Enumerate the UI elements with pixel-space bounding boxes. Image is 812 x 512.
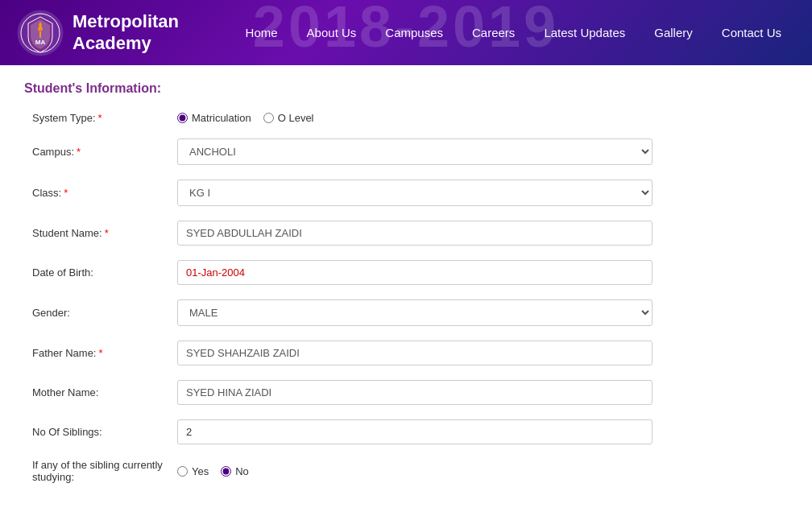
main-nav: Home About Us Campuses Careers Latest Up… <box>231 18 796 47</box>
father-name-input[interactable] <box>177 341 652 365</box>
logo-icon: MA <box>16 9 64 57</box>
campus-select[interactable]: ANCHOLI NORTH NAZIMABAD GULSHAN DEFENCE <box>177 138 652 165</box>
student-name-label: Student Name:* <box>32 227 177 239</box>
logo-text: Metropolitan Academy <box>72 11 179 54</box>
radio-olevel[interactable]: O Level <box>263 112 314 124</box>
radio-sibling-yes-label: Yes <box>192 465 209 477</box>
campus-label: Campus:* <box>32 146 177 158</box>
class-select[interactable]: KG I KG II Grade 1 Grade 2 <box>177 180 652 206</box>
nav-gallery[interactable]: Gallery <box>640 18 707 47</box>
sibling-studying-options: Yes No <box>177 465 780 477</box>
student-name-input[interactable] <box>177 221 652 246</box>
nav-updates[interactable]: Latest Updates <box>529 18 640 47</box>
class-label: Class:* <box>32 187 177 199</box>
system-type-label: System Type:* <box>32 112 177 124</box>
radio-matriculation[interactable]: Matriculation <box>177 112 251 124</box>
radio-olevel-label: O Level <box>278 112 314 124</box>
radio-sibling-yes-input[interactable] <box>177 466 188 477</box>
system-type-options: Matriculation O Level <box>177 112 780 124</box>
logo-area: MA Metropolitan Academy <box>16 9 179 57</box>
father-name-label: Father Name:* <box>32 347 177 359</box>
siblings-row: No Of Siblings: <box>24 419 788 444</box>
section-title: Student's Information: <box>24 81 788 96</box>
dob-label: Date of Birth: <box>32 266 177 279</box>
mother-name-label: Mother Name: <box>32 386 177 398</box>
radio-matriculation-label: Matriculation <box>192 112 251 124</box>
nav-about[interactable]: About Us <box>292 18 371 47</box>
radio-matriculation-input[interactable] <box>177 113 188 123</box>
nav-contact[interactable]: Contact Us <box>707 18 796 47</box>
system-type-row: System Type:* Matriculation O Level <box>24 112 788 124</box>
radio-sibling-yes[interactable]: Yes <box>177 465 209 477</box>
class-row: Class:* KG I KG II Grade 1 Grade 2 <box>24 180 788 206</box>
siblings-label: No Of Siblings: <box>32 426 177 438</box>
main-content: Student's Information: System Type:* Mat… <box>0 65 812 512</box>
radio-sibling-no-input[interactable] <box>221 466 231 477</box>
gender-label: Gender: <box>32 307 177 319</box>
gender-row: Gender: MALE FEMALE <box>24 299 788 326</box>
dob-row: Date of Birth: <box>24 260 788 285</box>
radio-olevel-input[interactable] <box>263 113 274 123</box>
nav-careers[interactable]: Careers <box>458 18 529 47</box>
dob-input[interactable] <box>177 260 652 285</box>
siblings-input[interactable] <box>177 419 652 444</box>
nav-home[interactable]: Home <box>231 18 292 47</box>
radio-sibling-no-label: No <box>235 465 249 477</box>
svg-text:MA: MA <box>35 39 46 46</box>
nav-campuses[interactable]: Campuses <box>371 18 458 47</box>
site-header: 2018-2019 MA Metropolitan Academy Home A… <box>0 0 812 65</box>
svg-rect-2 <box>39 31 41 38</box>
gender-select[interactable]: MALE FEMALE <box>177 299 652 326</box>
mother-name-row: Mother Name: <box>24 380 788 405</box>
mother-name-input[interactable] <box>177 380 652 405</box>
campus-row: Campus:* ANCHOLI NORTH NAZIMABAD GULSHAN… <box>24 138 788 165</box>
father-name-row: Father Name:* <box>24 341 788 365</box>
student-name-row: Student Name:* <box>24 221 788 246</box>
radio-sibling-no[interactable]: No <box>221 465 249 477</box>
sibling-studying-label: If any of the sibling currently studying… <box>32 459 177 483</box>
sibling-studying-row: If any of the sibling currently studying… <box>24 459 788 483</box>
